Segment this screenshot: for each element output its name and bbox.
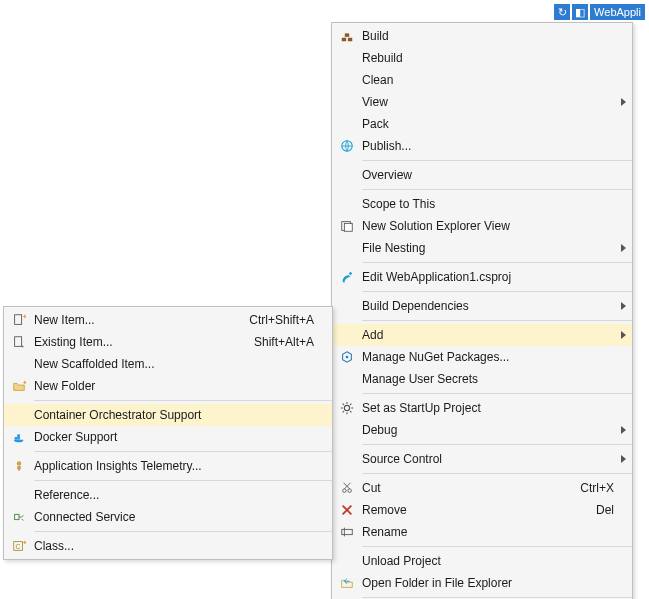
menu-item-label: Manage User Secrets [362,372,614,386]
submenu-arrow-icon [621,455,626,463]
menu-item-label: New Folder [34,379,314,393]
menu-item-manage-nuget-packages[interactable]: Manage NuGet Packages... [332,346,632,368]
menu-separator [362,444,632,445]
svg-point-16 [343,489,347,493]
menu-item-file-nesting[interactable]: File Nesting [332,237,632,259]
svg-rect-31 [17,434,20,437]
menu-item-clean[interactable]: Clean [332,69,632,91]
menu-item-new-item[interactable]: ✦New Item...Ctrl+Shift+A [4,309,332,331]
svg-text:✦: ✦ [22,313,26,320]
submenu-arrow-icon [621,98,626,106]
menu-item-label: New Solution Explorer View [362,219,614,233]
build-icon [332,29,362,43]
menu-item-existing-item[interactable]: +Existing Item...Shift+Alt+A [4,331,332,353]
menu-item-manage-user-secrets[interactable]: Manage User Secrets [332,368,632,390]
svg-line-14 [343,411,344,412]
refresh-icon[interactable]: ↻ [554,4,570,20]
menu-separator [362,160,632,161]
submenu-arrow-icon [621,302,626,310]
menu-item-edit-webapplication1-csproj[interactable]: Edit WebApplication1.csproj [332,266,632,288]
svg-text:✦: ✦ [22,379,26,386]
svg-rect-1 [348,38,352,42]
add-submenu: ✦New Item...Ctrl+Shift+A+Existing Item..… [3,306,333,560]
open-folder-icon [332,576,362,590]
menu-item-open-folder-in-file-explorer[interactable]: Open Folder in File Explorer [332,572,632,594]
menu-item-label: Rename [362,525,614,539]
menu-item-docker-support[interactable]: Docker Support [4,426,332,448]
cut-icon [332,481,362,495]
connected-icon [4,510,34,524]
new-item-icon: ✦ [4,313,34,327]
menu-item-label: Existing Item... [34,335,254,349]
svg-point-32 [17,461,21,465]
svg-text:C: C [16,543,21,550]
menu-item-label: Docker Support [34,430,314,444]
menu-item-source-control[interactable]: Source Control [332,448,632,470]
menu-item-label: Class... [34,539,314,553]
menu-item-rename[interactable]: Rename [332,521,632,543]
menu-item-label: Build Dependencies [362,299,614,313]
menu-item-label: Connected Service [34,510,314,524]
menu-item-view[interactable]: View [332,91,632,113]
menu-item-label: Rebuild [362,51,614,65]
menu-separator [362,262,632,263]
menu-item-class[interactable]: C✦Class... [4,535,332,557]
menu-item-label: Add [362,328,614,342]
menu-item-connected-service[interactable]: Connected Service [4,506,332,528]
menu-item-reference[interactable]: Reference... [4,484,332,506]
rename-icon [332,525,362,539]
nuget-icon [332,350,362,364]
menu-separator [362,473,632,474]
menu-item-label: Pack [362,117,614,131]
menu-separator [34,400,332,401]
svg-rect-24 [15,315,22,325]
menu-item-scope-to-this[interactable]: Scope to This [332,193,632,215]
edit-icon [332,270,362,284]
submenu-arrow-icon [621,244,626,252]
menu-item-new-solution-explorer-view[interactable]: New Solution Explorer View [332,215,632,237]
menu-separator [362,597,632,598]
menu-item-label: Unload Project [362,554,614,568]
menu-item-new-scaffolded-item[interactable]: New Scaffolded Item... [4,353,332,375]
svg-rect-22 [342,529,353,534]
menu-item-label: Remove [362,503,596,517]
menu-item-rebuild[interactable]: Rebuild [332,47,632,69]
menu-item-set-as-startup-project[interactable]: Set as StartUp Project [332,397,632,419]
menu-item-container-orchestrator-support[interactable]: Container Orchestrator Support [4,404,332,426]
topbar-label[interactable]: WebAppli [590,4,645,20]
topbar: ↻ ◧ WebAppli [554,4,645,20]
menu-item-label: View [362,95,614,109]
menu-separator [34,480,332,481]
menu-item-label: Manage NuGet Packages... [362,350,614,364]
svg-rect-0 [342,38,346,42]
menu-item-unload-project[interactable]: Unload Project [332,550,632,572]
svg-rect-5 [344,223,352,231]
menu-item-application-insights-telemetry[interactable]: Application Insights Telemetry... [4,455,332,477]
svg-text:+: + [21,342,25,349]
menu-separator [34,531,332,532]
svg-point-6 [346,356,349,359]
menu-item-debug[interactable]: Debug [332,419,632,441]
menu-separator [362,546,632,547]
menu-separator [362,393,632,394]
menu-item-label: Open Folder in File Explorer [362,576,614,590]
menu-item-add[interactable]: Add [332,324,632,346]
menu-item-overview[interactable]: Overview [332,164,632,186]
svg-rect-33 [15,514,19,519]
menu-item-label: Reference... [34,488,314,502]
menu-item-label: Container Orchestrator Support [34,408,314,422]
svg-line-13 [350,411,351,412]
menu-item-build[interactable]: Build [332,25,632,47]
menu-item-publish[interactable]: Publish... [332,135,632,157]
window-icon[interactable]: ◧ [572,4,588,20]
menu-item-remove[interactable]: RemoveDel [332,499,632,521]
menu-item-new-folder[interactable]: ✦New Folder [4,375,332,397]
menu-item-cut[interactable]: CutCtrl+X [332,477,632,499]
menu-item-pack[interactable]: Pack [332,113,632,135]
menu-item-label: New Item... [34,313,249,327]
class-icon: C✦ [4,539,34,553]
menu-item-build-dependencies[interactable]: Build Dependencies [332,295,632,317]
remove-icon [332,503,362,517]
docker-icon [4,430,34,444]
svg-line-19 [344,483,350,489]
